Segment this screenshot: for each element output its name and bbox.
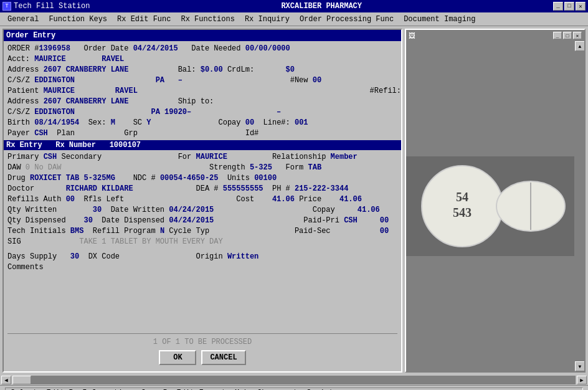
id-label: Id# (245, 128, 259, 138)
csz2-row: C/S/Z EDDINGTON PA 19020– – (7, 107, 397, 117)
image-minimize-button[interactable]: _ (553, 32, 562, 39)
close-button[interactable]: ✕ (576, 2, 586, 11)
drug-label: Drug (7, 173, 26, 183)
minimize-button[interactable]: _ (553, 2, 563, 11)
payer-label: Payer (7, 128, 30, 138)
image-close-button[interactable]: ✕ (573, 32, 582, 39)
address1-label: Address (7, 65, 39, 75)
origin-value: Written (227, 252, 258, 262)
order-number: 1396958 (39, 44, 70, 54)
comments-label: Comments (7, 262, 44, 272)
menu-rx-inquiry[interactable]: Rx Inquiry (240, 14, 295, 25)
units-value: 00100 (254, 173, 277, 183)
scroll-up-button[interactable]: ▲ (575, 41, 584, 51)
rel-value: Member (331, 152, 358, 162)
h-scroll-track[interactable] (12, 376, 576, 384)
new-val: 00 (313, 75, 321, 85)
date-written-label: Date Written (111, 205, 164, 215)
needed-label: Date Needed (191, 44, 240, 54)
maximize-button[interactable]: □ (564, 2, 574, 11)
qty-dispensed-row: Qty Dispensed 30 Date Dispensed 04/24/20… (7, 216, 397, 226)
menu-rx-functions[interactable]: Rx Functions (176, 14, 239, 25)
primary-value: CSH (44, 152, 57, 162)
paid-sec-label: Paid-Sec (295, 226, 331, 236)
image-maximize-button[interactable]: □ (563, 32, 572, 39)
qty-dispensed-value: 30 (83, 216, 92, 226)
buttons-row: OK CANCEL (159, 350, 245, 365)
ndc-value: 00054-4650-25 (160, 173, 219, 183)
address1-value: 2607 CRANBERRY LANE (44, 65, 129, 75)
crd-value: $0 (286, 65, 295, 75)
refills-label: Refills Auth (7, 194, 61, 204)
sc-label: SC (133, 118, 142, 128)
rel-label: Relationship (272, 152, 326, 162)
origin-label: Origin (196, 252, 222, 262)
h-scroll-right-button[interactable]: ▶ (577, 376, 587, 384)
csz1-city: EDDINGTON (34, 75, 75, 85)
patient-row: Patient MAURICE RAVEL #Refil: 00 (7, 86, 397, 96)
ok-button[interactable]: OK (159, 350, 196, 365)
copay-label: Copay (219, 118, 241, 128)
image-area: 54 543 (406, 41, 574, 371)
birth-row: Birth 08/14/1954 Sex: M SC Y Copay 00 (7, 118, 397, 128)
title-bar-buttons: _ □ ✕ (553, 2, 586, 11)
days-supply-value: 30 (70, 252, 79, 262)
scrollbar-right: ▲ ▼ (574, 41, 584, 371)
dea-label: DEA # (196, 184, 219, 194)
menu-document-imaging[interactable]: Document Imaging (399, 14, 480, 25)
refill-program-value: N (160, 226, 164, 236)
h-scroll-thumb[interactable] (12, 376, 31, 384)
csz1-label: C/S/Z (7, 75, 30, 85)
refil-label: #Refil: (370, 86, 401, 96)
daw-label: DAW (7, 163, 21, 173)
sex-value: M (111, 118, 115, 128)
line-label: Line#: (263, 118, 290, 128)
csz2-label: C/S/Z (7, 107, 30, 117)
qty-written-label: Qty Written (7, 205, 57, 215)
paid-pri-num: 00 (380, 216, 389, 226)
scroll-track[interactable] (575, 51, 584, 361)
payer-value: CSH (34, 128, 48, 138)
svg-text:54: 54 (456, 190, 468, 204)
grp-label: Grp (124, 128, 138, 138)
scroll-down-button[interactable]: ▼ (575, 361, 584, 371)
ph-value: 215-222-3344 (295, 184, 348, 194)
menu-function-keys[interactable]: Function Keys (44, 14, 112, 25)
pill-image: 54 543 (406, 156, 574, 256)
needed-date: 00/00/0000 (245, 44, 290, 54)
cost-label: Cost (236, 194, 254, 204)
csz2-dash: – (277, 107, 281, 117)
paid-pri-val2: CSH (344, 216, 358, 226)
price-value: 41.06 (339, 194, 362, 204)
copay-value: 00 (245, 118, 254, 128)
tech-row: Tech Initials BMS Refill Program N Cycle… (7, 226, 397, 236)
sex-label: Sex: (88, 118, 107, 128)
menu-order-processing[interactable]: Order Processing Func (295, 14, 399, 25)
menu-general[interactable]: General (2, 14, 44, 25)
sig-row: SIG TAKE 1 TABLET BY MOUTH EVERY DAY (7, 237, 397, 247)
image-panel-inner: 54 543 ▲ ▼ (406, 41, 584, 371)
refills-row: Refills Auth 00 Rfls Left Cost 41.06 Pri… (7, 194, 397, 204)
dx-label: DX Code (88, 252, 120, 262)
ph-label: PH # (272, 184, 290, 194)
birth-label: Birth (7, 118, 30, 128)
order-label: ORDER # (7, 44, 39, 54)
buttons-area: 1 OF 1 TO BE PROCESSED OK CANCEL (7, 333, 397, 369)
daw-row: DAW 0 No DAW Strength 5-325 Form TAB (7, 163, 397, 173)
svg-text:543: 543 (453, 206, 472, 219)
qty-written-value: 30 (93, 205, 102, 215)
rx-entry-row: Rx Entry Rx Number 1000107 (4, 140, 401, 150)
app-name: Tech Fill Station (14, 2, 90, 11)
date-dispensed-label: Date Dispensed (102, 216, 164, 226)
image-panel: 🖼 _ □ ✕ 54 543 ▲ (405, 29, 586, 373)
secondary-label: Secondary (61, 152, 102, 162)
acct-label: Acct: (7, 54, 30, 64)
bal-label: Bal: (178, 65, 196, 75)
cancel-button[interactable]: CANCEL (201, 350, 245, 365)
h-scroll-left-button[interactable]: ◀ (1, 376, 11, 384)
csz2-state-zip: PA 19020– (151, 107, 191, 117)
status-bar-text: Select <Edit Rx Information> from Rx Edi… (5, 388, 583, 391)
menu-bar: General Function Keys Rx Edit Func Rx Fu… (0, 12, 588, 26)
menu-rx-edit-func[interactable]: Rx Edit Func (112, 14, 176, 25)
doctor-value: RICHARD KILDARE (66, 184, 133, 194)
